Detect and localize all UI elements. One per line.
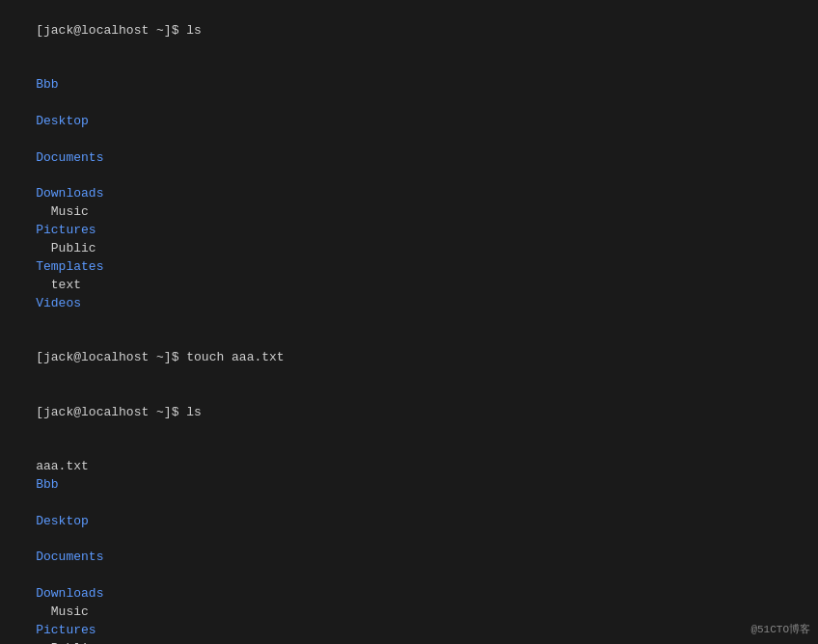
space — [36, 132, 51, 147]
line-4: [jack@localhost ~]$ ls — [6, 386, 812, 441]
space: Public — [36, 241, 111, 255]
dir-downloads: Downloads — [36, 186, 103, 201]
watermark: @51CTO博客 — [750, 622, 810, 636]
terminal[interactable]: [jack@localhost ~]$ ls Bbb Desktop Docum… — [0, 0, 818, 644]
line-3: [jack@localhost ~]$ touch aaa.txt — [6, 331, 812, 386]
dir-documents: Documents — [36, 150, 103, 165]
space: Music — [36, 204, 103, 219]
space: text — [36, 278, 95, 292]
dir-pictures: Pictures — [36, 223, 95, 237]
line-1: [jack@localhost ~]$ ls — [6, 4, 812, 59]
dir-bbb: Bbb — [36, 77, 58, 92]
dir-videos: Videos — [36, 296, 81, 310]
space — [36, 169, 51, 183]
space — [36, 95, 51, 110]
ls-output-2: aaa.txt Bbb Desktop Documents Downloads … — [6, 440, 812, 644]
prompt-text: [jack@localhost ~]$ ls — [36, 23, 202, 38]
ls-output-1: Bbb Desktop Documents Downloads Music Pi… — [6, 59, 812, 332]
dir-templates: Templates — [36, 259, 103, 274]
dir-desktop: Desktop — [36, 114, 89, 128]
